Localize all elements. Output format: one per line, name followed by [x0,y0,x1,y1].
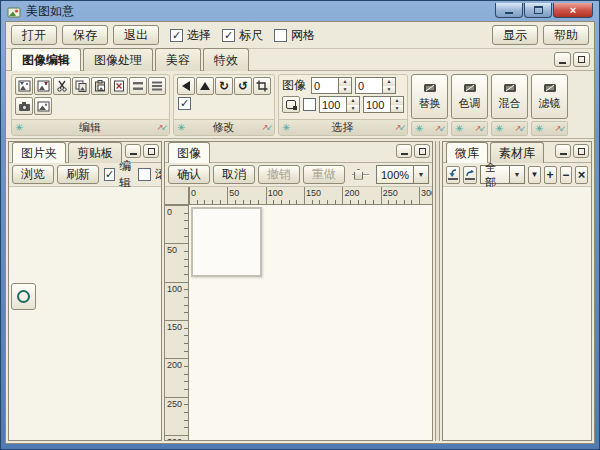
image-panel-tabs: 图像 [165,142,432,163]
canvas-surface[interactable] [190,206,432,440]
delete-item-button[interactable]: × [575,166,588,184]
ribbon-restore-button[interactable] [573,52,590,67]
category-dropdown[interactable]: 全部 ▼ [480,165,525,184]
collapse-all-button[interactable]: ▼ [528,166,541,184]
tab-beauty[interactable]: 美容 [155,48,201,71]
zoom-dropdown[interactable]: 100% ▼ [376,165,429,184]
add-button[interactable]: + [544,166,557,184]
redo-button[interactable]: 重做 [303,165,345,184]
browse-button[interactable]: 浏览 [12,165,54,184]
cancel-button[interactable]: 取消 [213,165,255,184]
select-checkbox-box: ✓ [170,29,183,42]
clipped-checkbox[interactable]: 滚动 [138,166,162,183]
ruler-checkbox[interactable]: ✓ 标尺 [222,27,263,44]
tab-materials-library[interactable]: 素材库 [490,142,544,163]
window-close-button[interactable]: × [553,3,593,18]
remove-button[interactable]: − [560,166,573,184]
expand-icon[interactable]: ↗↙ [515,125,524,133]
expand-icon[interactable]: ↗↙ [262,124,271,132]
height-spinner[interactable]: 100 ▲▼ [363,96,404,113]
stack-lines-button[interactable] [148,77,166,95]
tab-image-process[interactable]: 图像处理 [83,48,153,71]
y-spinner-arrows[interactable]: ▲▼ [383,77,396,94]
image-panel: 图像 确认 取消 撤销 重做 100% [164,141,433,441]
restore-icon [419,148,426,155]
refresh-button[interactable]: 刷新 [57,165,99,184]
library-import-button[interactable] [446,166,460,184]
pictures-panel-restore-button[interactable] [143,144,159,158]
exit-button[interactable]: 退出 [113,25,159,45]
tab-image[interactable]: 图像 [168,142,210,163]
expand-icon[interactable]: ↗↙ [395,124,404,132]
tab-clipboard[interactable]: 剪贴板 [68,142,122,163]
image-box[interactable] [191,207,262,277]
delete-button[interactable] [110,77,128,95]
blend-button[interactable]: 混合 [491,74,528,119]
rotate-ccw-button[interactable]: ↺ [234,77,252,95]
save-button[interactable]: 保存 [62,25,108,45]
x-spinner[interactable]: 0 ▲▼ [311,77,352,94]
replace-button[interactable]: 替换 [411,74,448,119]
import-image-button[interactable] [15,77,33,95]
filter-button[interactable]: 滤镜 [531,74,568,119]
export-image-button[interactable] [34,77,52,95]
library-export-button[interactable] [463,166,477,184]
width-spinner-arrows[interactable]: ▲▼ [347,96,360,113]
flip-vertical-button[interactable] [196,77,214,95]
pictures-content[interactable] [9,187,161,440]
tab-picture-folder[interactable]: 图片夹 [12,142,66,163]
v-ruler: 050100150200250300 [165,205,189,440]
grid-checkbox[interactable]: 网格 [274,27,315,44]
zoom-slider-thumb[interactable] [354,169,363,180]
camera-button[interactable] [15,97,33,115]
y-spinner[interactable]: 0 ▲▼ [355,77,396,94]
flip-horizontal-button[interactable] [177,77,195,95]
pictures-panel: 图片夹 剪贴板 浏览 刷新 ✓ 编辑 滚动 [8,141,162,441]
chevron-down-icon[interactable]: ▼ [414,165,429,184]
pictures-panel-minimize-button[interactable] [125,144,141,158]
chevron-down-icon[interactable]: ▼ [510,165,525,184]
window-maximize-button[interactable] [524,3,552,18]
crop-button[interactable] [253,77,271,95]
paste-button[interactable] [91,77,109,95]
tab-effects[interactable]: 特效 [203,48,249,71]
height-spinner-arrows[interactable]: ▲▼ [391,96,404,113]
stack-horizontal-button[interactable] [129,77,147,95]
library-panel-restore-button[interactable] [573,144,589,158]
x-spinner-arrows[interactable]: ▲▼ [339,77,352,94]
expand-icon[interactable]: ↗↙ [157,124,166,132]
image-panel-restore-button[interactable] [414,144,430,158]
expand-icon[interactable]: ↗↙ [555,125,564,133]
expand-icon[interactable]: ↗↙ [435,125,444,133]
select-option-checkbox[interactable] [303,98,316,111]
ribbon-minimize-button[interactable] [554,52,571,67]
tab-micro-library[interactable]: 微库 [446,142,488,163]
copy-button[interactable] [72,77,90,95]
image-panel-minimize-button[interactable] [396,144,412,158]
picture-button[interactable] [34,97,52,115]
select-area-button[interactable] [282,96,300,113]
open-button[interactable]: 打开 [11,25,57,45]
cut-button[interactable] [53,77,71,95]
display-button[interactable]: 显示 [492,25,538,45]
expand-icon[interactable]: ↗↙ [475,125,484,133]
confirm-button[interactable]: 确认 [168,165,210,184]
window-minimize-button[interactable] [495,3,523,18]
wand-icon: ✳ [495,124,503,134]
tab-image-edit[interactable]: 图像编辑 [11,48,81,71]
undo-button[interactable]: 撤销 [258,165,300,184]
edit-group-footer: ✳ 编辑 ↗↙ [12,119,169,135]
library-content[interactable] [443,187,591,440]
circle-tool-button[interactable] [11,283,36,310]
replace-label: 替换 [419,96,441,111]
width-spinner[interactable]: 100 ▲▼ [319,96,360,113]
cut-icon [56,80,68,92]
select-checkbox[interactable]: ✓ 选择 [170,27,211,44]
zoom-slider[interactable] [352,168,369,182]
library-panel-minimize-button[interactable] [555,144,571,158]
rotate-cw-button[interactable]: ↻ [215,77,233,95]
tone-button[interactable]: 色调 [451,74,488,119]
help-button[interactable]: 帮助 [543,25,589,45]
panel-splitter[interactable] [435,141,440,441]
modify-option-checkbox[interactable]: ✓ [178,97,191,110]
